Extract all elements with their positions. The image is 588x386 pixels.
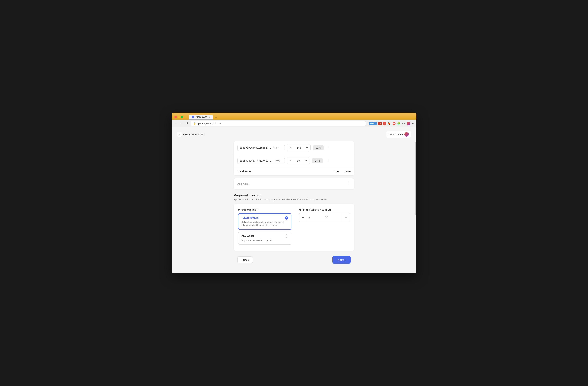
stepper-value-1: 145 bbox=[294, 146, 304, 149]
tab-favicon bbox=[192, 116, 194, 118]
summary-row: 2 addresses 200 100% bbox=[234, 167, 354, 175]
any-wallet-title: Any wallet bbox=[241, 235, 254, 237]
back-button[interactable]: ‹ bbox=[174, 122, 178, 126]
stepper-decrement-2[interactable]: − bbox=[287, 157, 294, 164]
address-bar[interactable]: 🔒 app.aragon.org/#/create bbox=[191, 121, 366, 126]
tab-bar: Aragon App × + bbox=[189, 115, 218, 119]
min-tokens-stepper: − ≥ 55 + bbox=[299, 213, 350, 222]
min-tokens-column-title: Minimum tokens Required bbox=[299, 208, 350, 211]
address-input-2: 0x833Cd8457F481274c7... Copy bbox=[237, 158, 285, 164]
app-content: ‹ Create your DAO 0x58D...4eF8 0x58D09ec… bbox=[171, 127, 417, 273]
eligibility-column-title: Who is eligible? bbox=[238, 208, 292, 211]
tab-title: Aragon App bbox=[196, 116, 207, 118]
menu-button[interactable]: ≡ bbox=[412, 122, 414, 125]
min-tokens-column: Minimum tokens Required − ≥ 55 + bbox=[299, 208, 350, 247]
proposal-card: Who is eligible? Token holders Only toke… bbox=[234, 204, 354, 251]
browser-tab[interactable]: Aragon App × bbox=[189, 115, 213, 119]
ipfs-extension-badge[interactable]: IPFS ↑ bbox=[369, 122, 377, 125]
create-dao-title: Create your DAO bbox=[183, 133, 204, 136]
percent-badge-2: 27% bbox=[312, 158, 323, 163]
add-wallet-more-button[interactable]: ⋮ bbox=[346, 181, 351, 186]
min-tokens-decrement[interactable]: − bbox=[299, 214, 307, 221]
forward-button[interactable]: › bbox=[179, 122, 183, 126]
back-nav-chevron: ‹ bbox=[241, 258, 242, 261]
next-button[interactable]: Next › bbox=[332, 256, 351, 263]
vpn-label[interactable]: VPN bbox=[402, 122, 405, 125]
stepper-increment-1[interactable]: + bbox=[304, 144, 311, 151]
shield-extension-icon[interactable]: 🛡 bbox=[378, 122, 381, 125]
token-holders-title: Token holders bbox=[241, 216, 259, 219]
stepper-increment-2[interactable]: + bbox=[303, 157, 310, 164]
total-percent: 100% bbox=[344, 170, 351, 173]
stepper-2: − 55 + bbox=[287, 157, 310, 164]
proposal-creation-section: Proposal creation Specify who is permitt… bbox=[234, 192, 354, 252]
stepper-1: − 145 + bbox=[287, 144, 311, 151]
browser-toolbar: ‹ › ↺ 🔒 app.aragon.org/#/create IPFS ↑ 🛡… bbox=[171, 120, 417, 127]
back-nav-button[interactable]: ‹ Back bbox=[237, 257, 253, 263]
eligibility-column: Who is eligible? Token holders Only toke… bbox=[238, 208, 292, 247]
wallet-badge[interactable]: 0x58D...4eF8 bbox=[386, 131, 411, 138]
traffic-lights bbox=[174, 116, 183, 118]
token-holders-radio bbox=[285, 216, 288, 219]
copy-button-1[interactable]: Copy bbox=[273, 146, 279, 149]
min-tokens-value: 55 bbox=[311, 216, 342, 219]
wallet-address: 0x58D...4eF8 bbox=[389, 133, 403, 136]
circle-extension-icon[interactable]: ⭕ bbox=[393, 122, 396, 125]
back-chevron-icon: ‹ bbox=[177, 132, 182, 137]
main-content: 0x58D09ecd499A1d6F2... Copy − 145 + 72% … bbox=[230, 141, 358, 267]
new-tab-button[interactable]: + bbox=[213, 115, 218, 119]
gte-symbol: ≥ bbox=[307, 216, 311, 219]
address-row: 0x58D09ecd499A1d6F2... Copy − 145 + 72% … bbox=[234, 141, 354, 154]
refresh-button[interactable]: ↺ bbox=[185, 121, 189, 126]
more-options-button-1[interactable]: ⋮ bbox=[326, 145, 331, 150]
tab-close-button[interactable]: × bbox=[209, 116, 210, 118]
addresses-card: 0x58D09ecd499A1d6F2... Copy − 145 + 72% … bbox=[234, 141, 354, 175]
next-label: Next bbox=[337, 258, 343, 261]
url-text: app.aragon.org/#/create bbox=[197, 122, 222, 125]
any-wallet-desc: Any wallet can create proposals. bbox=[241, 239, 288, 242]
token-holders-desc: Only token holders with a certain number… bbox=[241, 221, 288, 227]
any-wallet-option[interactable]: Any wallet Any wallet can create proposa… bbox=[238, 232, 292, 245]
token-holders-option[interactable]: Token holders Only token holders with a … bbox=[238, 213, 292, 230]
copy-button-2[interactable]: Copy bbox=[274, 159, 281, 162]
stepper-value-2: 55 bbox=[294, 159, 303, 162]
create-dao-back-button[interactable]: ‹ Create your DAO bbox=[177, 132, 204, 137]
browser-extensions: IPFS ↑ 🛡 △ 🦊 ⭕ 🧩 VPN ≡ bbox=[369, 122, 414, 125]
any-wallet-radio bbox=[285, 235, 288, 238]
proposal-creation-title: Proposal creation bbox=[234, 193, 354, 197]
summary-values: 200 100% bbox=[334, 170, 351, 173]
percent-badge-1: 72% bbox=[313, 145, 324, 150]
avatar-icon bbox=[407, 122, 410, 125]
maximize-window-button[interactable] bbox=[181, 116, 183, 118]
next-chevron: › bbox=[345, 258, 346, 261]
app-header: ‹ Create your DAO 0x58D...4eF8 bbox=[171, 127, 417, 141]
wallet-avatar bbox=[404, 132, 409, 136]
address-text-1: 0x58D09ecd499A1d6F2... bbox=[240, 146, 271, 149]
lock-icon: 🔒 bbox=[193, 122, 196, 125]
close-window-button[interactable] bbox=[174, 116, 177, 118]
back-nav-label: Back bbox=[243, 258, 249, 261]
addresses-count: 2 addresses bbox=[237, 170, 251, 173]
puzzle-extension-icon[interactable]: 🧩 bbox=[397, 122, 400, 125]
minimize-window-button[interactable] bbox=[178, 116, 180, 118]
more-options-button-2[interactable]: ⋮ bbox=[325, 158, 330, 163]
bottom-nav: ‹ Back Next › bbox=[234, 252, 354, 267]
total-amount: 200 bbox=[334, 170, 338, 173]
add-wallet-row: Add wallet ⋮ bbox=[234, 178, 354, 189]
any-wallet-header: Any wallet bbox=[241, 235, 288, 238]
scrollbar[interactable] bbox=[415, 142, 416, 215]
address-row: 0x833Cd8457F481274c7... Copy − 55 + 27% … bbox=[234, 154, 354, 167]
token-holders-header: Token holders bbox=[241, 216, 288, 219]
stepper-decrement-1[interactable]: − bbox=[287, 144, 294, 151]
address-input-1: 0x58D09ecd499A1d6F2... Copy bbox=[237, 145, 285, 151]
add-wallet-label: Add wallet bbox=[237, 182, 249, 185]
aragon-extension-icon[interactable]: △ bbox=[383, 122, 386, 125]
min-tokens-increment[interactable]: + bbox=[342, 214, 350, 221]
address-text-2: 0x833Cd8457F481274c7... bbox=[240, 159, 273, 162]
add-wallet-card[interactable]: Add wallet ⋮ bbox=[234, 178, 354, 189]
fox-extension-icon[interactable]: 🦊 bbox=[388, 122, 391, 125]
proposal-creation-desc: Specify who is permitted to create propo… bbox=[234, 198, 354, 201]
